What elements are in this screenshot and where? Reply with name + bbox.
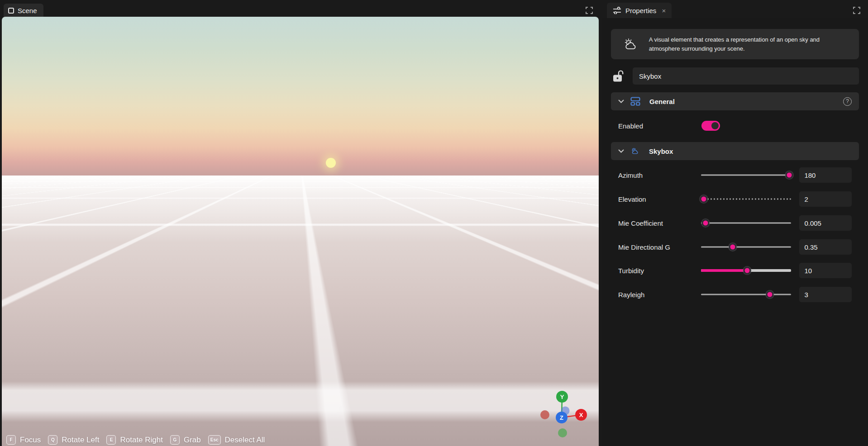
key-f: F <box>6 435 16 445</box>
azimuth-label: Azimuth <box>618 171 701 179</box>
sun-cloud-icon <box>623 37 639 52</box>
help-icon[interactable]: ? <box>843 97 852 106</box>
elevation-value-input[interactable]: 2 <box>799 191 852 207</box>
skybox-section-title: Skybox <box>649 147 673 155</box>
turbidity-slider[interactable] <box>701 266 791 275</box>
mie-directional-g-label: Mie Directional G <box>618 243 701 251</box>
scene-expand-icon[interactable] <box>585 6 594 15</box>
skybox-sky <box>2 17 599 176</box>
mie-coefficient-slider[interactable] <box>701 218 791 228</box>
hint-grab: G Grab <box>170 435 201 445</box>
close-icon[interactable]: × <box>662 7 666 14</box>
sun <box>326 158 336 168</box>
azimuth-row: Azimuth 180 <box>611 168 859 182</box>
elevation-row: Elevation 2 <box>611 192 859 206</box>
scene-tab-icon <box>8 8 14 14</box>
mie-coefficient-value-input[interactable]: 0.005 <box>799 215 852 231</box>
gizmo-axis-neg-y[interactable] <box>558 428 567 437</box>
sliders-icon <box>613 7 621 14</box>
rayleigh-value-input[interactable]: 3 <box>799 287 852 302</box>
rayleigh-slider[interactable] <box>701 290 791 299</box>
gizmo-axis-z[interactable]: Z <box>556 412 568 423</box>
hint-focus: F Focus <box>6 435 41 445</box>
section-header-general[interactable]: General ? <box>611 92 859 110</box>
enabled-label: Enabled <box>618 122 701 130</box>
tab-properties[interactable]: Properties × <box>607 3 672 18</box>
properties-expand-icon[interactable] <box>852 6 861 15</box>
azimuth-slider[interactable] <box>701 171 791 180</box>
component-name-row <box>611 67 859 85</box>
enabled-row: Enabled <box>611 119 859 133</box>
gizmo-axis-x-label: X <box>579 412 583 418</box>
gizmo-axis-neg-x[interactable] <box>540 410 549 419</box>
mie-directional-g-slider-knob[interactable] <box>729 243 736 251</box>
chevron-down-icon <box>618 149 624 153</box>
enabled-toggle[interactable] <box>701 121 720 131</box>
gizmo-axis-y-label: Y <box>560 394 564 400</box>
rayleigh-label: Rayleigh <box>618 291 701 299</box>
chevron-down-icon <box>618 100 624 103</box>
section-header-skybox[interactable]: Skybox <box>611 142 859 160</box>
elevation-slider[interactable] <box>701 195 791 204</box>
turbidity-value-input[interactable]: 10 <box>799 263 852 278</box>
turbidity-slider-knob[interactable] <box>743 267 751 275</box>
key-g: G <box>170 435 180 445</box>
component-description-card: A visual element that creates a represen… <box>611 29 859 59</box>
scene-tab-label: Scene <box>18 7 37 14</box>
turbidity-row: Turbidity 10 <box>611 264 859 277</box>
hint-rotate-left: Q Rotate Left <box>48 435 99 445</box>
mie-coefficient-label: Mie Coefficient <box>618 219 701 227</box>
properties-panel: Properties × A visual element that creat… <box>602 0 868 446</box>
gizmo-axis-z-label: Z <box>560 414 563 421</box>
general-layout-icon <box>630 97 640 106</box>
properties-tabbar: Properties × <box>602 0 868 18</box>
mie-directional-g-slider[interactable] <box>701 242 791 251</box>
lock-icon[interactable] <box>611 69 625 83</box>
azimuth-value-input[interactable]: 180 <box>799 167 852 183</box>
elevation-label: Elevation <box>618 195 701 203</box>
rayleigh-row: Rayleigh 3 <box>611 288 859 301</box>
key-q: Q <box>48 435 57 445</box>
tab-scene[interactable]: Scene <box>4 4 43 17</box>
key-e: E <box>106 435 116 445</box>
mie-directional-g-value-input[interactable]: 0.35 <box>799 239 852 255</box>
skybox-sun-cloud-icon <box>630 147 640 155</box>
scene-panel: Scene Y <box>0 0 602 446</box>
azimuth-slider-knob[interactable] <box>786 171 793 179</box>
hint-deselect-all: Esc Deselect All <box>208 435 265 445</box>
properties-tab-label: Properties <box>625 7 656 14</box>
scene-viewport[interactable]: Y X Z F Focus Q Rotate Left <box>2 17 599 446</box>
mie-coefficient-row: Mie Coefficient 0.005 <box>611 216 859 230</box>
ground-grid <box>2 176 599 446</box>
component-name-input[interactable] <box>633 67 859 85</box>
general-section-title: General <box>649 98 675 105</box>
orientation-gizmo[interactable]: Y X Z <box>534 387 593 446</box>
hint-rotate-right: E Rotate Right <box>106 435 163 445</box>
gizmo-axis-x[interactable]: X <box>575 409 587 421</box>
rayleigh-slider-knob[interactable] <box>766 291 773 299</box>
mie-coefficient-slider-knob[interactable] <box>702 219 710 227</box>
turbidity-label: Turbidity <box>618 267 701 275</box>
mie-directional-g-row: Mie Directional G 0.35 <box>611 240 859 254</box>
component-description: A visual element that creates a represen… <box>649 35 847 53</box>
key-esc: Esc <box>208 435 221 445</box>
scene-tabbar: Scene <box>0 0 602 17</box>
elevation-slider-knob[interactable] <box>700 195 708 203</box>
shortcut-hint-bar: F Focus Q Rotate Left E Rotate Right G G… <box>6 435 265 445</box>
gizmo-axis-y[interactable]: Y <box>556 391 568 403</box>
